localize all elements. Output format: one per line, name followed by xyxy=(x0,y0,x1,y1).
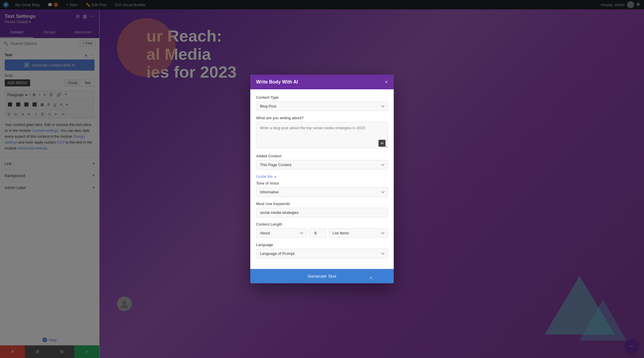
added-context-label: Added Context xyxy=(256,154,388,158)
modal-close-button[interactable]: × xyxy=(385,79,388,85)
writing-about-label: What are you writing about? xyxy=(256,116,388,120)
language-label: Language xyxy=(256,243,388,247)
content-length-about-select[interactable]: About Exactly At least At most xyxy=(256,228,306,238)
arrow-up-icon: ▲ xyxy=(274,175,277,178)
modal-footer: Generate Text ↖ xyxy=(250,269,394,283)
modal-overlay: Write Body With AI × Content Type Blog P… xyxy=(0,0,644,358)
modal-header: Write Body With AI × xyxy=(250,75,394,89)
content-length-field: Content Length About Exactly At least At… xyxy=(256,222,388,238)
language-select[interactable]: Language of Prompt English Spanish Frenc… xyxy=(256,249,388,258)
keywords-field: Must Use Keywords xyxy=(256,202,388,217)
content-type-field: Content Type Blog Post Article Social Me… xyxy=(256,95,388,111)
modal-body: Content Type Blog Post Article Social Me… xyxy=(250,89,394,269)
tone-of-voice-field: Tone of Voice Informative Casual Profess… xyxy=(256,181,388,197)
tone-of-voice-label: Tone of Voice xyxy=(256,181,388,185)
content-length-number-input[interactable] xyxy=(309,228,326,238)
language-field: Language Language of Prompt English Span… xyxy=(256,243,388,258)
writing-about-field: What are you writing about? AI xyxy=(256,116,388,149)
keywords-label: Must Use Keywords xyxy=(256,202,388,206)
guide-me-link[interactable]: Guide Me ▲ xyxy=(256,174,388,179)
writing-about-textarea[interactable] xyxy=(256,122,388,148)
content-length-unit-select[interactable]: List Items Paragraphs Sentences Words xyxy=(329,228,388,238)
textarea-ai-icon[interactable]: AI xyxy=(378,140,386,147)
keywords-input[interactable] xyxy=(256,208,388,217)
write-body-ai-modal: Write Body With AI × Content Type Blog P… xyxy=(250,75,394,283)
generate-text-button[interactable]: Generate Text xyxy=(308,274,336,279)
textarea-wrapper: AI xyxy=(256,122,388,149)
content-type-select[interactable]: Blog Post Article Social Media Post Emai… xyxy=(256,101,388,111)
cursor-icon: ↖ xyxy=(369,275,373,281)
content-length-row: About Exactly At least At most List Item… xyxy=(256,228,388,238)
content-type-label: Content Type xyxy=(256,95,388,100)
added-context-field: Added Context This Page Content None Cus… xyxy=(256,154,388,170)
content-length-label: Content Length xyxy=(256,222,388,226)
modal-title: Write Body With AI xyxy=(256,79,298,85)
added-context-select[interactable]: This Page Content None Custom xyxy=(256,160,388,170)
tone-of-voice-select[interactable]: Informative Casual Professional Friendly… xyxy=(256,187,388,197)
